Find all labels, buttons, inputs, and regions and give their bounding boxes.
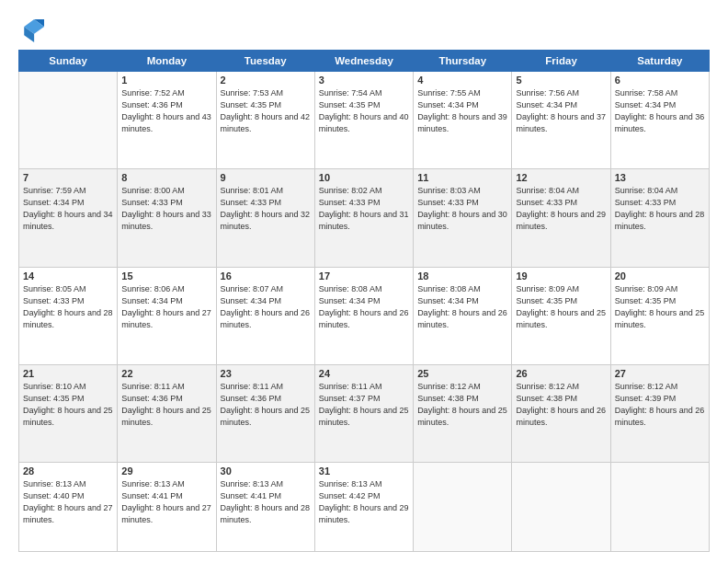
day-info: Sunrise: 8:09 AMSunset: 4:35 PMDaylight:… [516,283,606,331]
logo-icon [18,17,44,42]
day-number: 16 [221,270,311,282]
calendar-cell: 2Sunrise: 7:53 AMSunset: 4:35 PMDaylight… [216,72,314,169]
day-number: 11 [417,172,507,183]
calendar-week-1: 1Sunrise: 7:52 AMSunset: 4:36 PMDaylight… [19,72,710,169]
day-number: 4 [417,75,507,86]
weekday-header-tuesday: Tuesday [216,51,314,72]
day-number: 22 [121,368,211,379]
day-info: Sunrise: 8:12 AMSunset: 4:39 PMDaylight:… [615,381,705,429]
day-info: Sunrise: 8:13 AMSunset: 4:41 PMDaylight:… [221,478,311,526]
day-info: Sunrise: 8:05 AMSunset: 4:33 PMDaylight:… [23,283,113,331]
calendar-cell: 7Sunrise: 7:59 AMSunset: 4:34 PMDaylight… [19,169,118,267]
day-info: Sunrise: 8:07 AMSunset: 4:34 PMDaylight:… [221,283,311,331]
weekday-header-friday: Friday [512,51,610,72]
day-number: 6 [615,75,705,86]
calendar-cell: 29Sunrise: 8:13 AMSunset: 4:41 PMDayligh… [118,463,216,552]
day-info: Sunrise: 8:12 AMSunset: 4:38 PMDaylight:… [516,381,606,429]
weekday-header-row: SundayMondayTuesdayWednesdayThursdayFrid… [19,51,710,72]
day-info: Sunrise: 7:56 AMSunset: 4:34 PMDaylight:… [516,87,606,135]
day-number: 27 [615,368,705,379]
calendar-week-3: 14Sunrise: 8:05 AMSunset: 4:33 PMDayligh… [19,267,710,364]
day-info: Sunrise: 8:02 AMSunset: 4:33 PMDaylight:… [319,185,409,233]
calendar-week-2: 7Sunrise: 7:59 AMSunset: 4:34 PMDaylight… [19,169,710,267]
calendar-cell [512,463,610,552]
day-number: 9 [221,172,311,183]
day-info: Sunrise: 8:13 AMSunset: 4:42 PMDaylight:… [319,478,409,526]
calendar-cell: 8Sunrise: 8:00 AMSunset: 4:33 PMDaylight… [118,169,216,267]
day-number: 23 [221,368,311,379]
day-info: Sunrise: 8:09 AMSunset: 4:35 PMDaylight:… [615,283,705,331]
day-info: Sunrise: 7:54 AMSunset: 4:35 PMDaylight:… [319,87,409,135]
day-number: 25 [417,368,507,379]
calendar-cell: 23Sunrise: 8:11 AMSunset: 4:36 PMDayligh… [216,364,314,462]
day-info: Sunrise: 8:12 AMSunset: 4:38 PMDaylight:… [417,381,507,429]
day-number: 28 [23,465,113,477]
calendar-cell: 17Sunrise: 8:08 AMSunset: 4:34 PMDayligh… [314,267,413,364]
weekday-header-sunday: Sunday [19,51,118,72]
day-info: Sunrise: 8:13 AMSunset: 4:40 PMDaylight:… [23,478,113,526]
day-number: 14 [23,270,113,282]
day-info: Sunrise: 7:52 AMSunset: 4:36 PMDaylight:… [121,87,211,135]
calendar-cell: 24Sunrise: 8:11 AMSunset: 4:37 PMDayligh… [314,364,413,462]
calendar-cell: 1Sunrise: 7:52 AMSunset: 4:36 PMDaylight… [118,72,216,169]
day-number: 7 [23,172,113,183]
calendar-cell: 5Sunrise: 7:56 AMSunset: 4:34 PMDaylight… [512,72,610,169]
day-info: Sunrise: 8:13 AMSunset: 4:41 PMDaylight:… [121,478,211,526]
calendar-cell: 14Sunrise: 8:05 AMSunset: 4:33 PMDayligh… [19,267,118,364]
calendar-cell: 22Sunrise: 8:11 AMSunset: 4:36 PMDayligh… [118,364,216,462]
day-info: Sunrise: 8:04 AMSunset: 4:33 PMDaylight:… [516,185,606,233]
day-number: 19 [516,270,606,282]
calendar-cell [414,463,512,552]
weekday-header-saturday: Saturday [610,51,709,72]
day-info: Sunrise: 8:10 AMSunset: 4:35 PMDaylight:… [23,381,113,429]
calendar-cell: 30Sunrise: 8:13 AMSunset: 4:41 PMDayligh… [216,463,314,552]
calendar-cell: 28Sunrise: 8:13 AMSunset: 4:40 PMDayligh… [19,463,118,552]
day-info: Sunrise: 8:06 AMSunset: 4:34 PMDaylight:… [121,283,211,331]
day-info: Sunrise: 7:58 AMSunset: 4:34 PMDaylight:… [615,87,705,135]
day-info: Sunrise: 7:55 AMSunset: 4:34 PMDaylight:… [417,87,507,135]
calendar-cell: 11Sunrise: 8:03 AMSunset: 4:33 PMDayligh… [414,169,512,267]
day-number: 26 [516,368,606,379]
logo [18,17,48,42]
day-info: Sunrise: 8:03 AMSunset: 4:33 PMDaylight:… [417,185,507,233]
day-info: Sunrise: 8:04 AMSunset: 4:33 PMDaylight:… [615,185,705,233]
day-info: Sunrise: 8:00 AMSunset: 4:33 PMDaylight:… [121,185,211,233]
day-info: Sunrise: 7:59 AMSunset: 4:34 PMDaylight:… [23,185,113,233]
calendar-cell: 16Sunrise: 8:07 AMSunset: 4:34 PMDayligh… [216,267,314,364]
weekday-header-wednesday: Wednesday [314,51,413,72]
day-number: 18 [417,270,507,282]
day-number: 8 [121,172,211,183]
calendar-cell: 26Sunrise: 8:12 AMSunset: 4:38 PMDayligh… [512,364,610,462]
calendar-cell: 6Sunrise: 7:58 AMSunset: 4:34 PMDaylight… [610,72,709,169]
day-number: 24 [319,368,409,379]
day-number: 15 [121,270,211,282]
calendar-cell: 12Sunrise: 8:04 AMSunset: 4:33 PMDayligh… [512,169,610,267]
day-number: 3 [319,75,409,86]
day-info: Sunrise: 8:08 AMSunset: 4:34 PMDaylight:… [417,283,507,331]
day-number: 17 [319,270,409,282]
day-number: 29 [121,465,211,477]
calendar-cell: 21Sunrise: 8:10 AMSunset: 4:35 PMDayligh… [19,364,118,462]
calendar-cell [19,72,118,169]
day-number: 12 [516,172,606,183]
day-number: 31 [319,465,409,477]
calendar-cell [610,463,709,552]
calendar-page: SundayMondayTuesdayWednesdayThursdayFrid… [0,0,728,563]
calendar-cell: 20Sunrise: 8:09 AMSunset: 4:35 PMDayligh… [610,267,709,364]
day-info: Sunrise: 8:08 AMSunset: 4:34 PMDaylight:… [319,283,409,331]
day-number: 10 [319,172,409,183]
day-number: 1 [121,75,211,86]
calendar-cell: 18Sunrise: 8:08 AMSunset: 4:34 PMDayligh… [414,267,512,364]
day-number: 2 [221,75,311,86]
day-info: Sunrise: 8:01 AMSunset: 4:33 PMDaylight:… [221,185,311,233]
calendar-week-5: 28Sunrise: 8:13 AMSunset: 4:40 PMDayligh… [19,463,710,552]
calendar-cell: 25Sunrise: 8:12 AMSunset: 4:38 PMDayligh… [414,364,512,462]
calendar-cell: 19Sunrise: 8:09 AMSunset: 4:35 PMDayligh… [512,267,610,364]
calendar-week-4: 21Sunrise: 8:10 AMSunset: 4:35 PMDayligh… [19,364,710,462]
weekday-header-monday: Monday [118,51,216,72]
day-number: 30 [221,465,311,477]
day-number: 13 [615,172,705,183]
day-number: 5 [516,75,606,86]
calendar-cell: 3Sunrise: 7:54 AMSunset: 4:35 PMDaylight… [314,72,413,169]
day-number: 20 [615,270,705,282]
